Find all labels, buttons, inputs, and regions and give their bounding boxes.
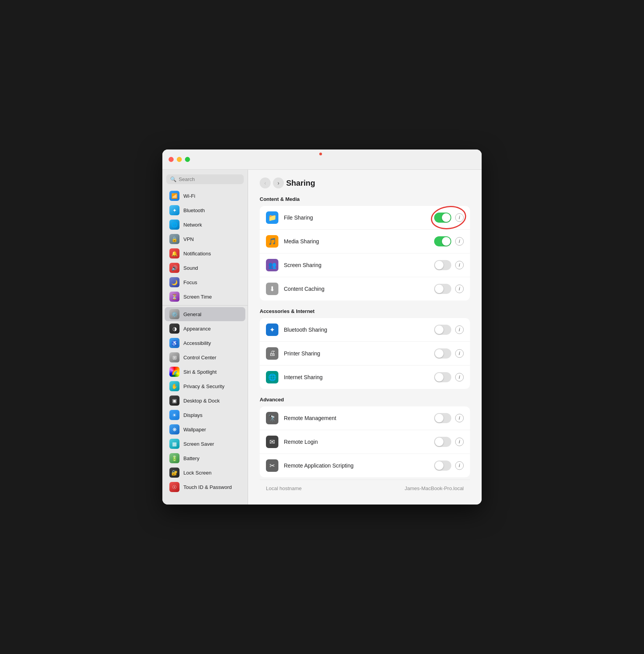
sharing-row-file-sharing: 📁File Sharingi <box>260 206 470 230</box>
toggle-remote-login[interactable] <box>434 437 451 447</box>
sidebar-item-screensaver[interactable]: ▦Screen Saver <box>165 437 245 451</box>
sidebar-icon-vpn: 🔒 <box>169 234 179 244</box>
sidebar-item-label-lockscreen: Lock Screen <box>183 470 211 476</box>
sidebar-item-label-desktopdock: Desktop & Dock <box>183 398 220 404</box>
toggle-media-sharing[interactable] <box>434 236 451 246</box>
sharing-controls-content-caching: i <box>434 284 464 294</box>
toggle-content-caching[interactable] <box>434 284 451 294</box>
sharing-controls-screen-sharing: i <box>434 260 464 270</box>
sharing-label-media-sharing: Media Sharing <box>284 238 429 244</box>
sidebar-icon-siri: 🌈 <box>169 367 179 377</box>
info-btn-printer-sharing[interactable]: i <box>455 349 464 358</box>
sidebar-icon-wifi: 📶 <box>169 191 179 201</box>
info-btn-internet-sharing[interactable]: i <box>455 373 464 382</box>
sidebar-item-label-general: General <box>183 311 201 317</box>
sidebar-icon-focus: 🌙 <box>169 277 179 287</box>
sharing-controls-printer-sharing: i <box>434 348 464 359</box>
sharing-icon-media-sharing: 🎵 <box>266 235 278 248</box>
section-card-advanced: 🔭Remote Managementi✉Remote Logini✂Remote… <box>260 406 470 477</box>
sidebar-item-network[interactable]: 🌐Network <box>165 218 245 232</box>
sidebar-item-bluetooth[interactable]: ✦Bluetooth <box>165 203 245 217</box>
sharing-row-remote-management: 🔭Remote Managementi <box>260 406 470 430</box>
toggle-internet-sharing[interactable] <box>434 372 451 382</box>
back-button[interactable]: ‹ <box>260 178 271 188</box>
sidebar-icon-screensaver: ▦ <box>169 439 179 449</box>
sharing-controls-bluetooth-sharing: i <box>434 325 464 335</box>
sharing-controls-file-sharing: i <box>434 213 464 223</box>
toggle-remote-scripting[interactable] <box>434 461 451 471</box>
toggle-knob-bluetooth-sharing <box>435 325 443 334</box>
toggle-knob-internet-sharing <box>435 373 443 382</box>
sidebar-item-general[interactable]: ⚙️General <box>165 307 245 321</box>
hostname-value: James-MacBook-Pro.local <box>405 485 464 491</box>
sidebar-item-lockscreen[interactable]: 🔐Lock Screen <box>165 466 245 480</box>
sharing-row-remote-login: ✉Remote Logini <box>260 430 470 454</box>
sharing-row-internet-sharing: 🌐Internet Sharingi <box>260 366 470 389</box>
toggle-screen-sharing[interactable] <box>434 260 451 270</box>
info-btn-content-caching[interactable]: i <box>455 285 464 293</box>
sidebar-item-accessibility[interactable]: ♿Accessibility <box>165 336 245 350</box>
sidebar-item-notifications[interactable]: 🔔Notifications <box>165 246 245 260</box>
info-btn-screen-sharing[interactable]: i <box>455 261 464 269</box>
close-button[interactable] <box>169 157 174 162</box>
search-input[interactable] <box>179 176 240 182</box>
sidebar-item-touchid[interactable]: ☉Touch ID & Password <box>165 480 245 494</box>
sharing-row-bluetooth-sharing: ✦Bluetooth Sharingi <box>260 318 470 342</box>
info-btn-bluetooth-sharing[interactable]: i <box>455 325 464 334</box>
toggle-printer-sharing[interactable] <box>434 348 451 359</box>
sidebar-item-label-vpn: VPN <box>183 236 194 242</box>
sidebar-item-wallpaper[interactable]: ❋Wallpaper <box>165 422 245 436</box>
sidebar-item-battery[interactable]: 🔋Battery <box>165 451 245 465</box>
sidebar-icon-privacy: ✋ <box>169 381 179 391</box>
sidebar-item-label-battery: Battery <box>183 455 199 461</box>
sharing-controls-internet-sharing: i <box>434 372 464 382</box>
info-btn-remote-login[interactable]: i <box>455 438 464 446</box>
toggle-bluetooth-sharing[interactable] <box>434 325 451 335</box>
sharing-icon-file-sharing: 📁 <box>266 211 278 224</box>
sharing-label-content-caching: Content Caching <box>284 286 429 292</box>
toggle-remote-management[interactable] <box>434 413 451 423</box>
sidebar-icon-notifications: 🔔 <box>169 248 179 258</box>
sidebar-item-label-touchid: Touch ID & Password <box>183 484 232 490</box>
sidebar-item-label-notifications: Notifications <box>183 251 211 257</box>
search-bar[interactable]: 🔍 <box>166 174 244 184</box>
forward-button[interactable]: › <box>273 178 284 188</box>
sidebar-item-controlcenter[interactable]: ⊞Control Center <box>165 350 245 364</box>
sidebar-item-displays[interactable]: ☀Displays <box>165 408 245 422</box>
sidebar-item-vpn[interactable]: 🔒VPN <box>165 232 245 246</box>
sidebar-icon-touchid: ☉ <box>169 482 179 492</box>
sidebar-item-label-privacy: Privacy & Security <box>183 383 224 389</box>
info-btn-media-sharing[interactable]: i <box>455 237 464 246</box>
toggle-file-sharing[interactable] <box>434 213 451 223</box>
sidebar-item-screentime[interactable]: ⏳Screen Time <box>165 290 245 304</box>
section-title-accessories-internet: Accessories & Internet <box>260 308 470 314</box>
info-btn-remote-management[interactable]: i <box>455 414 464 422</box>
sidebar-icon-accessibility: ♿ <box>169 338 179 348</box>
sidebar-item-desktopdock[interactable]: ▣Desktop & Dock <box>165 394 245 408</box>
sidebar-item-appearance[interactable]: ◑Appearance <box>165 322 245 336</box>
sharing-label-screen-sharing: Screen Sharing <box>284 262 429 268</box>
sidebar-item-privacy[interactable]: ✋Privacy & Security <box>165 379 245 393</box>
bottom-hostname-row: Local hostname James-MacBook-Pro.local <box>260 480 470 497</box>
main-window: 🔍 📶Wi-Fi✦Bluetooth🌐Network🔒VPN🔔Notificat… <box>162 149 482 505</box>
maximize-button[interactable] <box>185 157 190 162</box>
info-btn-remote-scripting[interactable]: i <box>455 461 464 470</box>
sharing-row-remote-scripting: ✂Remote Application Scriptingi <box>260 454 470 477</box>
sections-container: Content & Media📁File Sharingi🎵Media Shar… <box>260 196 470 477</box>
sidebar-icon-controlcenter: ⊞ <box>169 352 179 362</box>
search-icon: 🔍 <box>170 176 176 182</box>
hostname-label: Local hostname <box>266 485 302 491</box>
sidebar-icon-battery: 🔋 <box>169 453 179 463</box>
sidebar-item-sound[interactable]: 🔊Sound <box>165 261 245 275</box>
sidebar-item-siri[interactable]: 🌈Siri & Spotlight <box>165 365 245 379</box>
info-btn-file-sharing[interactable]: i <box>455 213 464 222</box>
section-title-content-media: Content & Media <box>260 196 470 202</box>
sharing-label-file-sharing: File Sharing <box>284 214 429 221</box>
sidebar-item-focus[interactable]: 🌙Focus <box>165 275 245 289</box>
title-bar <box>162 149 482 170</box>
sharing-icon-printer-sharing: 🖨 <box>266 347 278 360</box>
minimize-button[interactable] <box>177 157 182 162</box>
sidebar-item-wifi[interactable]: 📶Wi-Fi <box>165 189 245 203</box>
sidebar-icon-network: 🌐 <box>169 220 179 230</box>
sidebar-item-label-screentime: Screen Time <box>183 294 212 300</box>
